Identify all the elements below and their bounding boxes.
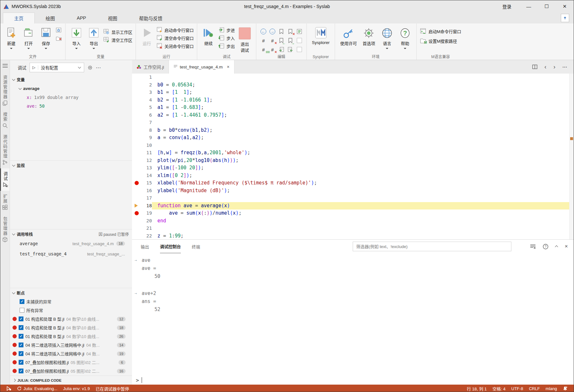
variables-header[interactable]: 变量 <box>10 75 132 84</box>
gutter-breakpoint-area[interactable] <box>132 81 141 89</box>
gutter-breakpoint-area[interactable] <box>132 74 141 81</box>
julia-compiled-section[interactable]: JULIA: COMPILED CODE <box>10 376 132 385</box>
cursor-position-item[interactable]: 行 18, 列 1 <box>464 386 490 392</box>
ribbon-tab-4[interactable]: 帮助与反馈 <box>128 13 173 23</box>
variable-row[interactable]: x: 1x99 double array <box>10 93 132 102</box>
ribbon-tab-3[interactable]: 视图 <box>97 13 128 23</box>
code-line-1[interactable]: 1 <box>132 74 574 81</box>
indentation-item[interactable]: 空格: 4 <box>490 386 508 392</box>
code-line-22[interactable]: 22z = 1:99; <box>132 232 574 240</box>
language-button[interactable]: 语言 <box>379 26 395 51</box>
bookmark-list-icon[interactable] <box>296 28 303 35</box>
uncaught-exceptions-toggle[interactable]: 未捕获的异常 <box>10 297 132 306</box>
all-exceptions-toggle[interactable]: 所有异常 <box>10 306 132 315</box>
breakpoints-header[interactable]: 断点 <box>10 288 132 297</box>
variable-scope[interactable]: average <box>10 84 132 93</box>
code-line-4[interactable]: 4b2 = [1 -1.0166 1]; <box>132 96 574 104</box>
navigate-back-editor-icon[interactable]: ‹ <box>544 64 546 70</box>
code-line-20[interactable]: 20end <box>132 217 574 225</box>
code-line-2[interactable]: 2b0 = 0.05634; <box>132 81 574 89</box>
step-into-button[interactable]: 步入 <box>218 35 235 41</box>
language-mode-item[interactable]: mlang <box>543 386 560 391</box>
breakpoint-row[interactable]: 07_叠加阶梯图和线图.jl05 图形\02 二...6 <box>10 358 132 367</box>
breakpoint-checkbox[interactable] <box>19 369 23 373</box>
close-button[interactable]: ✕ <box>556 0 574 13</box>
goto-line-icon[interactable] <box>278 46 285 53</box>
debug-config-select[interactable]: ▷ 没有配置 <box>30 63 84 72</box>
code-line-7[interactable]: 7 <box>132 119 574 127</box>
next-bookmark-icon[interactable]: → <box>287 37 294 44</box>
start-repl-button[interactable]: 启动命令行窗口 <box>156 27 194 33</box>
filter-input[interactable] <box>353 242 511 251</box>
gutter-breakpoint-area[interactable] <box>132 194 141 202</box>
previous-bookmark-icon[interactable]: ← <box>278 37 285 44</box>
minimize-button[interactable]: — <box>520 0 538 13</box>
save-button[interactable]: 保存 <box>38 26 54 51</box>
login-button[interactable]: 登录 <box>494 3 520 10</box>
encoding-item[interactable]: UTF-8 <box>508 386 526 391</box>
breakpoint-row[interactable]: 04 将二维选项插入三维网格中.jl04 数...14 <box>10 341 132 349</box>
gutter-breakpoint-area[interactable] <box>132 187 141 195</box>
new-dropdown-caret[interactable] <box>10 48 13 50</box>
navigate-back-icon[interactable]: ← <box>261 29 266 34</box>
sidebar-more-icon[interactable]: ··· <box>96 65 101 70</box>
checkbox-checked-icon[interactable] <box>20 299 24 304</box>
bookmark-icon[interactable] <box>278 28 285 35</box>
maximize-panel-icon[interactable] <box>555 244 558 249</box>
code-line-9[interactable]: 9a = conv(a1,a2); <box>132 134 574 142</box>
breakpoint-row[interactable]: 01 构造和处理 B 型.jl04 数学\10 曲线...12 <box>10 315 132 323</box>
code-line-8[interactable]: 8b = b0*conv(b1,b2); <box>132 127 574 134</box>
edit-extra-2-icon[interactable] <box>297 47 302 52</box>
ribbon-tab-2[interactable]: APP <box>66 13 97 23</box>
breakpoint-checkbox[interactable] <box>19 316 23 321</box>
gutter-breakpoint-area[interactable] <box>132 172 141 180</box>
code-line-10[interactable]: 10 <box>132 142 574 149</box>
editor-tab-1[interactable]: test_freqz_usage_4.m× <box>169 60 234 74</box>
variable-row[interactable]: ave: 50 <box>10 102 132 110</box>
code-line-15[interactable]: 15xlabel('Normalized Frequency ($\times$… <box>132 179 574 187</box>
set-m-path-button[interactable]: M 设置M搜索路径 <box>420 38 461 44</box>
remove-breakpoint-icon[interactable]: #× <box>269 37 276 44</box>
export-dropdown-caret[interactable] <box>93 48 95 50</box>
remove-bookmark-icon[interactable]: × <box>287 28 294 35</box>
start-debug-icon[interactable]: ▷ <box>30 65 38 70</box>
activity-item-extensions[interactable]: 扩展 <box>0 191 10 213</box>
clear-repl-button[interactable]: 清空命令行窗口 <box>156 35 194 41</box>
gutter-breakpoint-area[interactable] <box>132 142 141 149</box>
clear-output-icon[interactable] <box>530 244 536 249</box>
stop-debug-button[interactable]: 退出 调试 <box>237 26 253 54</box>
continue-button[interactable]: 继续 <box>200 26 216 47</box>
step-over-button[interactable]: 步进 <box>218 27 235 33</box>
clear-workspace-button[interactable]: 清空工作区 <box>103 37 132 43</box>
code-line-13[interactable]: 13ylim([-100 20]); <box>132 164 574 172</box>
code-line-6[interactable]: 6a2 = [1 -1.4461 0.7957]; <box>132 111 574 119</box>
close-repl-button[interactable]: 关闭命令行窗口 <box>156 43 194 49</box>
code-line-5[interactable]: 5a1 = [1 -0.683]; <box>132 104 574 111</box>
call-stack-header[interactable]: 调用堆栈 因 paused 已暂停 <box>10 229 132 238</box>
gutter-breakpoint-area[interactable] <box>132 164 141 172</box>
disable-breakpoints-icon[interactable]: #×≡ <box>269 46 276 53</box>
debug-settings-gear-icon[interactable] <box>87 65 93 70</box>
open-button[interactable]: 打开 <box>21 26 36 51</box>
close-file-icon[interactable] <box>56 36 62 41</box>
menu-icon[interactable] <box>3 62 8 72</box>
paused-status-item[interactable]: 已在调试器中暂停 <box>93 385 132 392</box>
activity-item-files[interactable]: 资源管理器 <box>0 72 10 109</box>
import-dropdown-caret[interactable] <box>75 48 78 50</box>
gutter-breakpoint-area[interactable] <box>132 119 141 127</box>
panel-tab-1[interactable]: 调试控制台 <box>160 240 181 253</box>
gutter-breakpoint-area[interactable] <box>132 202 141 210</box>
breakpoint-row[interactable]: 01 构造和处理 B 型.jl04 数学\10 曲线...26 <box>10 332 132 341</box>
panel-help-icon[interactable]: ? <box>543 244 548 249</box>
save-dropdown-caret[interactable] <box>45 48 47 50</box>
gutter-breakpoint-area[interactable] <box>132 157 141 165</box>
notifications-bell-icon[interactable] <box>560 386 570 391</box>
code-line-18[interactable]: 18function ave = average(x) <box>132 202 574 210</box>
new-button[interactable]: 新建 <box>4 26 19 51</box>
code-line-11[interactable]: 11[h,w] = freqz(b,a,2001,'whole'); <box>132 149 574 157</box>
close-tab-icon[interactable]: × <box>227 64 229 69</box>
breakpoint-checkbox[interactable] <box>19 351 23 356</box>
edit-extra-1-icon[interactable] <box>297 38 302 43</box>
code-line-12[interactable]: 12plot(w/pi,20*log10(abs(h))); <box>132 157 574 165</box>
export-button[interactable]: 导出 <box>86 26 102 51</box>
